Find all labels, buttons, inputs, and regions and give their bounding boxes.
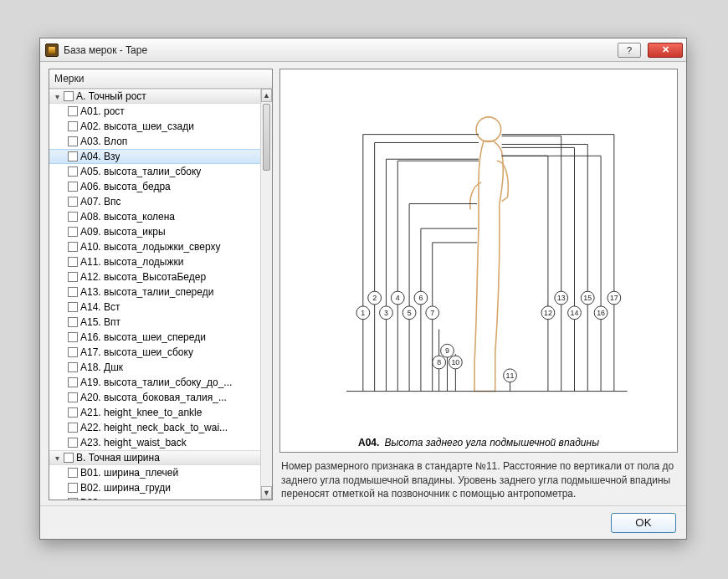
checkbox[interactable] xyxy=(68,332,78,342)
expand-icon[interactable]: ▾ xyxy=(53,453,61,463)
tree-item-label: A17. высота_шеи_сбоку xyxy=(80,346,193,358)
tree-item-label: A20. высота_боковая_талия_... xyxy=(80,392,227,403)
caption-code: A04. xyxy=(358,437,379,448)
tree-item[interactable]: A18. Дшк xyxy=(49,360,260,375)
checkbox[interactable] xyxy=(68,182,78,192)
tree-group[interactable]: ▾B. Точная ширина xyxy=(49,450,260,465)
tree-item[interactable]: A15. Впт xyxy=(49,315,260,330)
tree-item[interactable]: A08. высота_колена xyxy=(49,209,260,224)
svg-text:3: 3 xyxy=(384,309,388,317)
ok-button[interactable]: OK xyxy=(611,513,676,533)
checkbox[interactable] xyxy=(68,151,78,161)
tree-item-label: A10. высота_лодыжки_сверху xyxy=(80,241,221,253)
tree-item[interactable]: A22. height_neck_back_to_wai... xyxy=(49,420,260,435)
tree-item[interactable]: A14. Вст xyxy=(49,300,260,315)
checkbox[interactable] xyxy=(68,242,78,252)
checkbox[interactable] xyxy=(68,212,78,222)
checkbox[interactable] xyxy=(68,287,78,297)
checkbox[interactable] xyxy=(68,407,78,418)
diagram-caption: A04. Высота заднего угла подмышечной впа… xyxy=(358,433,599,448)
tree-item-label: B03. ширина_талии xyxy=(80,497,172,500)
expand-icon[interactable]: ▾ xyxy=(53,92,61,101)
tree-item[interactable]: A02. высота_шеи_сзади xyxy=(49,119,260,134)
checkbox[interactable] xyxy=(68,197,78,207)
app-icon xyxy=(45,44,59,57)
tree-item[interactable]: A10. высота_лодыжки_сверху xyxy=(49,239,260,254)
scroll-down-button[interactable]: ▼ xyxy=(261,486,272,500)
scrollbar[interactable]: ▲ ▼ xyxy=(260,89,272,500)
tree-item[interactable]: A16. высота_шеи_спереди xyxy=(49,330,260,345)
tree-item[interactable]: A23. height_waist_back xyxy=(49,435,260,450)
tree-item-label: B01. ширина_плечей xyxy=(80,467,178,479)
detail-panel: 1234567891011121314151617 A04. Высота за… xyxy=(279,69,678,500)
tree-item-label: A05. высота_талии_сбоку xyxy=(80,166,201,177)
svg-text:1: 1 xyxy=(361,309,365,317)
checkbox[interactable] xyxy=(68,317,78,327)
tree-item-label: A08. высота_колена xyxy=(80,211,175,223)
diagram-svg: 1234567891011121314151617 xyxy=(289,76,669,433)
checkbox[interactable] xyxy=(68,423,78,433)
checkbox[interactable] xyxy=(68,392,78,402)
checkbox[interactable] xyxy=(68,121,78,131)
svg-text:13: 13 xyxy=(557,294,566,302)
svg-text:12: 12 xyxy=(544,309,552,317)
tree-item[interactable]: A01. рост xyxy=(49,104,260,119)
tree-item[interactable]: A05. высота_талии_сбоку xyxy=(49,164,260,179)
tree-item[interactable]: B02. ширина_груди xyxy=(49,480,260,495)
tree-item-label: A11. высота_лодыжки xyxy=(80,256,183,268)
checkbox[interactable] xyxy=(68,483,78,493)
tree-item[interactable]: A09. высота_икры xyxy=(49,224,260,239)
checkbox[interactable] xyxy=(68,438,78,448)
tree-item[interactable]: B03. ширина_талии xyxy=(49,495,260,500)
tree-item-label: A13. высота_талии_спереди xyxy=(80,286,213,298)
tree-item[interactable]: A04. Взу xyxy=(49,149,260,164)
titlebar[interactable]: База мерок - Tape ? ✕ xyxy=(40,38,686,62)
tree-group[interactable]: ▾A. Точный рост xyxy=(49,89,260,104)
svg-text:14: 14 xyxy=(571,309,579,317)
dialog-window: База мерок - Tape ? ✕ Мерки ▾A. Точный р… xyxy=(39,38,687,540)
tree-item[interactable]: A19. высота_талии_сбоку_до_... xyxy=(49,375,260,390)
checkbox[interactable] xyxy=(68,106,78,116)
tree-item[interactable]: B01. ширина_плечей xyxy=(49,465,260,480)
tree-item[interactable]: A20. высота_боковая_талия_... xyxy=(49,390,260,405)
tree-item-label: A03. Влоп xyxy=(80,136,127,147)
checkbox[interactable] xyxy=(68,272,78,282)
checkbox[interactable] xyxy=(68,498,78,500)
svg-text:11: 11 xyxy=(506,371,515,380)
measurements-tree[interactable]: ▾A. Точный ростA01. ростA02. высота_шеи_… xyxy=(49,89,260,500)
measurement-description: Номер размерного признака в стандарте №1… xyxy=(279,458,678,500)
checkbox[interactable] xyxy=(64,453,74,463)
tree-item[interactable]: A07. Впс xyxy=(49,194,260,209)
tree-item-label: A09. высота_икры xyxy=(80,226,166,238)
checkbox[interactable] xyxy=(68,227,78,237)
checkbox[interactable] xyxy=(68,257,78,267)
tree-item[interactable]: A17. высота_шеи_сбоку xyxy=(49,345,260,360)
svg-text:4: 4 xyxy=(396,294,400,302)
checkbox[interactable] xyxy=(64,91,74,101)
checkbox[interactable] xyxy=(68,347,78,357)
tree-item[interactable]: A06. высота_бедра xyxy=(49,179,260,194)
scroll-up-button[interactable]: ▲ xyxy=(261,89,272,102)
svg-text:8: 8 xyxy=(437,358,441,366)
svg-text:7: 7 xyxy=(430,309,434,317)
checkbox[interactable] xyxy=(68,377,78,387)
tree-item[interactable]: A11. высота_лодыжки xyxy=(49,254,260,269)
help-button[interactable]: ? xyxy=(618,43,641,58)
checkbox[interactable] xyxy=(68,136,78,146)
close-button[interactable]: ✕ xyxy=(648,43,683,58)
svg-text:10: 10 xyxy=(451,358,459,366)
dialog-footer: OK xyxy=(40,505,686,539)
tree-item-label: A19. высота_талии_сбоку_до_... xyxy=(80,377,232,388)
tree-item[interactable]: A12. высота_ВысотаБедер xyxy=(49,269,260,284)
tree-item[interactable]: A13. высота_талии_спереди xyxy=(49,284,260,300)
tree-group-label: A. Точный рост xyxy=(76,90,146,102)
checkbox[interactable] xyxy=(68,362,78,372)
checkbox[interactable] xyxy=(68,302,78,312)
scroll-thumb[interactable] xyxy=(263,104,270,171)
checkbox[interactable] xyxy=(68,468,78,478)
tree-item-label: A23. height_waist_back xyxy=(80,437,187,448)
measurement-diagram: 1234567891011121314151617 A04. Высота за… xyxy=(279,69,678,453)
tree-item[interactable]: A21. height_knee_to_ankle xyxy=(49,405,260,420)
tree-item[interactable]: A03. Влоп xyxy=(49,134,260,149)
checkbox[interactable] xyxy=(68,167,78,177)
